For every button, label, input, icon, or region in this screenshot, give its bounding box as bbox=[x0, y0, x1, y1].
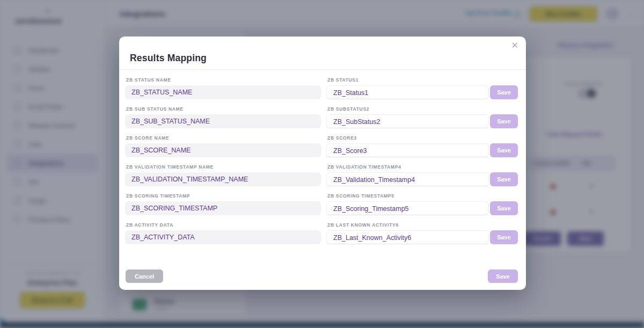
mapping-row: ZB SCORE NAME ZB_SCORE_NAME ZB SCORE3 ZB… bbox=[125, 135, 518, 157]
field-label: ZB VALIDATION TIMESTAMP NAME bbox=[126, 164, 321, 170]
mapping-row: ZB SUB STATUS NAME ZB_SUB_STATUS_NAME ZB… bbox=[125, 106, 518, 128]
mapping-row: ZB STATUS NAME ZB_STATUS_NAME ZB STATUS1… bbox=[125, 77, 518, 99]
zb-source-field[interactable]: ZB_VALIDATION_TIMESTAMP_NAME bbox=[125, 172, 321, 186]
row-save-button[interactable]: Save bbox=[490, 143, 518, 157]
modal-body: ZB STATUS NAME ZB_STATUS_NAME ZB STATUS1… bbox=[119, 70, 526, 244]
field-label: ZB SCORE NAME bbox=[126, 135, 321, 141]
zb-source-field[interactable]: ZB_SCORE_NAME bbox=[125, 143, 321, 157]
mapping-row: ZB SCORING TIMESTAMP ZB_SCORING_TIMESTAM… bbox=[125, 193, 518, 215]
row-save-button[interactable]: Save bbox=[490, 114, 518, 128]
field-label: ZB STATUS NAME bbox=[126, 77, 321, 83]
zb-source-field[interactable]: ZB_SCORING_TIMESTAMP bbox=[125, 201, 321, 215]
mapping-row: ZB ACTIVITY DATA ZB_ACTIVITY_DATA ZB LAS… bbox=[125, 222, 518, 244]
zb-source-field[interactable]: ZB_SUB_STATUS_NAME bbox=[125, 114, 321, 128]
modal-footer: Cancel Save bbox=[126, 269, 518, 283]
field-label: ZB SCORING TIMESTAMP5 bbox=[327, 193, 518, 199]
mapped-field-input[interactable]: ZB_Status1 bbox=[326, 85, 489, 99]
mapping-row: ZB VALIDATION TIMESTAMP NAME ZB_VALIDATI… bbox=[125, 164, 518, 186]
close-icon[interactable]: ✕ bbox=[511, 41, 518, 50]
field-label: ZB SUBSTATUS2 bbox=[327, 106, 518, 112]
modal-title: Results Mapping bbox=[130, 53, 512, 64]
zb-source-field[interactable]: ZB_STATUS_NAME bbox=[125, 85, 321, 99]
zb-source-field[interactable]: ZB_ACTIVITY_DATA bbox=[125, 230, 321, 244]
row-save-button[interactable]: Save bbox=[490, 230, 518, 244]
field-label: ZB LAST KNOWN ACTIVITY6 bbox=[327, 222, 518, 228]
mapped-field-input[interactable]: ZB_SubStatus2 bbox=[326, 114, 489, 128]
field-label: ZB SCORE3 bbox=[327, 135, 518, 141]
results-mapping-modal: ✕ Results Mapping ZB STATUS NAME ZB_STAT… bbox=[119, 37, 526, 290]
save-button[interactable]: Save bbox=[488, 269, 518, 283]
mapped-field-input[interactable]: ZB_Validation_Timestamp4 bbox=[326, 172, 489, 186]
row-save-button[interactable]: Save bbox=[490, 201, 518, 215]
mapped-field-input[interactable]: ZB_Score3 bbox=[326, 143, 489, 157]
modal-header: Results Mapping bbox=[119, 37, 526, 70]
field-label: ZB SCORING TIMESTAMP bbox=[126, 193, 321, 199]
row-save-button[interactable]: Save bbox=[490, 172, 518, 186]
field-label: ZB STATUS1 bbox=[327, 77, 518, 83]
mapped-field-input[interactable]: ZB_Scoring_Timestamp5 bbox=[326, 201, 489, 215]
mapped-field-input[interactable]: ZB_Last_Known_Activity6 bbox=[326, 230, 489, 244]
row-save-button[interactable]: Save bbox=[490, 85, 518, 99]
field-label: ZB SUB STATUS NAME bbox=[126, 106, 321, 112]
cancel-button[interactable]: Cancel bbox=[126, 269, 163, 283]
field-label: ZB VALIDATION TIMESTAMP4 bbox=[327, 164, 518, 170]
field-label: ZB ACTIVITY DATA bbox=[126, 222, 321, 228]
